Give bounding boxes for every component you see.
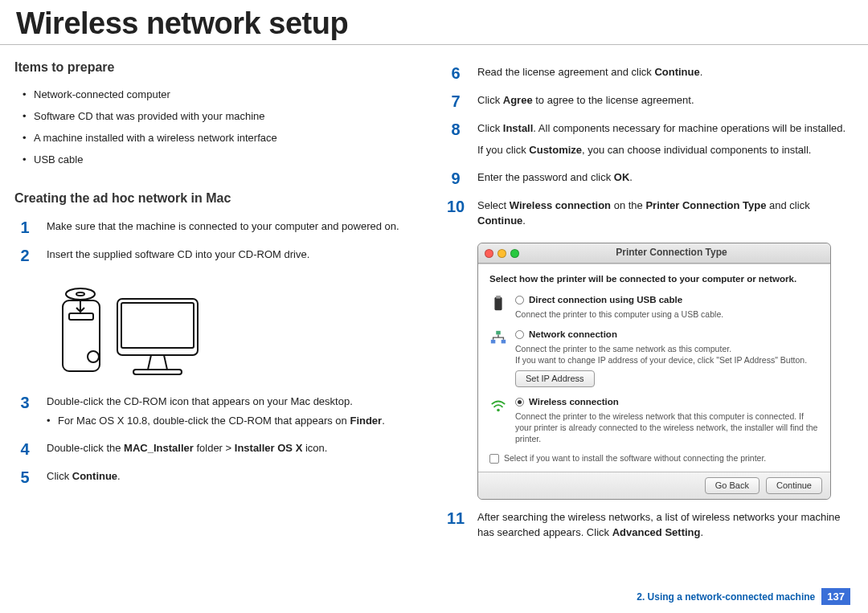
svg-point-2 [88, 351, 99, 362]
step-number: 1 [14, 219, 35, 235]
minimize-icon[interactable] [497, 249, 506, 258]
left-column: Items to prepare Network-connected compu… [14, 55, 423, 549]
cd-insert-illustration [47, 276, 423, 386]
option-wireless[interactable]: Wireless connection Connect the printer … [489, 395, 819, 444]
zoom-icon[interactable] [510, 249, 519, 258]
page-title: Wireless network setup [0, 0, 868, 44]
list-item: A machine installed with a wireless netw… [23, 128, 423, 149]
step-text: Enter the password and click OK. [477, 170, 854, 186]
step-number: 8 [445, 121, 466, 158]
step-1: 1 Make sure that the machine is connecte… [14, 215, 423, 243]
radio-network[interactable] [515, 330, 524, 339]
svg-rect-7 [133, 370, 182, 374]
option-desc: Connect the printer to this computer usi… [515, 309, 723, 320]
right-column: 6 Read the license agreement and click C… [445, 55, 854, 549]
close-icon[interactable] [485, 249, 493, 258]
svg-rect-8 [494, 297, 502, 311]
radio-wireless[interactable] [515, 398, 524, 407]
no-printer-checkbox-row[interactable]: Select if you want to install the softwa… [489, 452, 819, 464]
wifi-icon [489, 397, 507, 415]
step-4: 4 Double-click the MAC_Installer folder … [14, 437, 423, 465]
svg-point-13 [497, 409, 500, 412]
window-controls[interactable] [485, 249, 519, 258]
step-8: 8 Click Install. All components necessar… [445, 117, 854, 166]
usb-icon [489, 295, 507, 313]
dialog-titlebar: Printer Connection Type [478, 243, 830, 263]
step-number: 2 [14, 247, 35, 264]
step-number: 7 [445, 93, 466, 109]
step-number: 5 [14, 469, 35, 485]
dialog-title: Printer Connection Type [519, 246, 824, 260]
step-text: Click Install. All components necessary … [477, 121, 854, 158]
step-number: 10 [445, 198, 466, 229]
option-network[interactable]: Network connection Connect the printer t… [489, 328, 819, 387]
step-text: Double-click the MAC_Installer folder > … [47, 441, 423, 457]
svg-point-4 [76, 292, 84, 296]
step-text: Select Wireless connection on the Printe… [477, 198, 854, 229]
svg-rect-11 [491, 340, 496, 344]
page-number: 137 [821, 588, 850, 605]
dialog-heading: Select how the printer will be connected… [489, 272, 819, 286]
step-number: 4 [14, 441, 35, 457]
svg-rect-10 [496, 331, 501, 335]
list-item: Software CD that was provided with your … [23, 106, 423, 128]
svg-rect-6 [121, 303, 194, 348]
step-number: 11 [445, 510, 466, 541]
set-ip-button[interactable]: Set IP Address [515, 370, 595, 387]
list-item: Network-connected computer [23, 84, 423, 106]
step-text: Click Agree to agree to the license agre… [477, 93, 854, 109]
svg-rect-9 [496, 296, 501, 299]
page-footer: 2. Using a network-connected machine 137 [637, 588, 850, 605]
chapter-label: 2. Using a network-connected machine [637, 591, 815, 603]
heading-items: Items to prepare [14, 58, 423, 76]
svg-rect-1 [69, 313, 93, 320]
step-text: Click Continue. [47, 469, 423, 485]
checkbox-icon[interactable] [489, 454, 499, 464]
step-5: 5 Click Continue. [14, 465, 423, 493]
svg-point-3 [66, 288, 95, 300]
step-10: 10 Select Wireless connection on the Pri… [445, 194, 854, 237]
step-text: Make sure that the machine is connected … [47, 219, 423, 235]
checkbox-label: Select if you want to install the softwa… [504, 452, 766, 464]
option-desc: Connect the printer to the wireless netw… [515, 411, 819, 445]
step-2: 2 Insert the supplied software CD into y… [14, 243, 423, 272]
step-text: Double-click the CD-ROM icon that appear… [47, 394, 423, 410]
step-subtext: For Mac OS X 10.8, double-click the CD-R… [47, 414, 423, 429]
step-6: 6 Read the license agreement and click C… [445, 61, 854, 89]
step-7: 7 Click Agree to agree to the license ag… [445, 89, 854, 117]
step-text: After searching the wireless networks, a… [477, 510, 854, 541]
svg-rect-5 [117, 299, 198, 355]
step-9: 9 Enter the password and click OK. [445, 166, 854, 194]
option-desc: Connect the printer to the same network … [515, 343, 807, 387]
step-number: 6 [445, 65, 466, 81]
horizontal-rule [0, 44, 868, 45]
step-number: 3 [14, 394, 35, 430]
heading-create: Creating the ad hoc network in Mac [14, 189, 423, 207]
svg-rect-12 [502, 340, 506, 344]
printer-connection-dialog: Printer Connection Type Select how the p… [477, 243, 831, 500]
list-item: USB cable [23, 149, 423, 171]
option-usb[interactable]: Direct connection using USB cable Connec… [489, 293, 819, 320]
step-11: 11 After searching the wireless networks… [445, 506, 854, 549]
go-back-button[interactable]: Go Back [705, 477, 760, 495]
step-text: Insert the supplied software CD into you… [47, 247, 423, 264]
step-3: 3 Double-click the CD-ROM icon that appe… [14, 390, 423, 438]
items-list: Network-connected computer Software CD t… [14, 84, 423, 170]
radio-usb[interactable] [515, 296, 524, 304]
network-icon [489, 329, 507, 347]
step-number: 9 [445, 170, 466, 186]
step-text: Read the license agreement and click Con… [477, 65, 854, 81]
continue-button[interactable]: Continue [766, 477, 822, 495]
